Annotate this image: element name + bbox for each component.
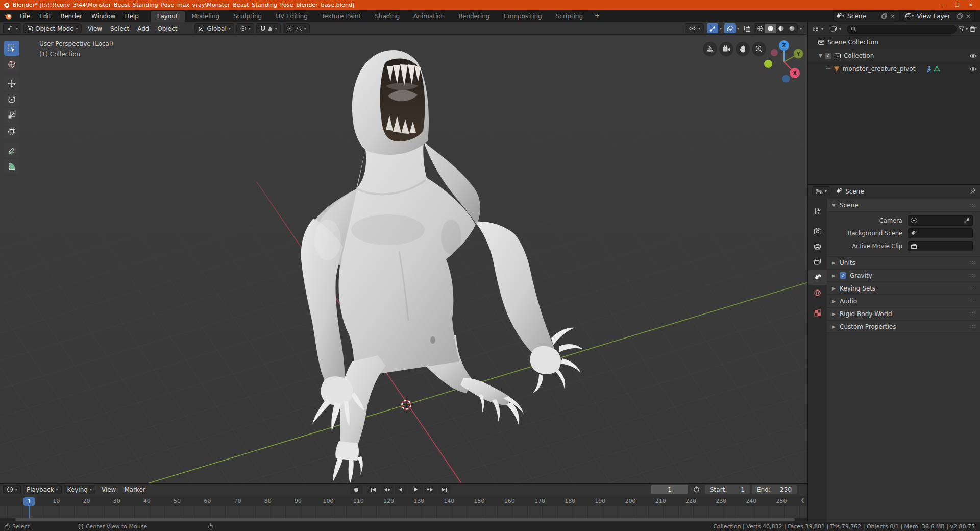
outliner-search-input[interactable] <box>847 25 957 34</box>
close-button[interactable]: ✕ <box>969 3 973 8</box>
camera-view-icon[interactable] <box>719 42 733 56</box>
current-frame-badge[interactable]: 1 <box>23 497 35 506</box>
panel-header[interactable]: ▶ Keying Sets ∷∷ <box>827 282 980 295</box>
collection-checkbox[interactable]: ✓ <box>825 53 831 59</box>
tab-render[interactable] <box>808 224 827 239</box>
xray-toggle[interactable] <box>742 23 753 33</box>
workspace-tab[interactable]: Sculpting <box>227 11 268 22</box>
mesh-data-icon[interactable] <box>934 66 940 72</box>
snap-controls[interactable]: ▾ <box>256 23 281 33</box>
jump-to-start-button[interactable] <box>367 485 380 494</box>
hide-in-viewport-toggle[interactable] <box>969 66 977 72</box>
timeline-marker-menu[interactable]: Marker <box>120 485 149 494</box>
menubar-item[interactable]: Render <box>56 11 87 22</box>
prev-keyframe-button[interactable] <box>381 485 394 494</box>
show-overlays-toggle[interactable] <box>724 23 736 33</box>
background-scene-field[interactable] <box>908 228 973 238</box>
chevron-down-icon[interactable]: ▾ <box>718 26 723 31</box>
hide-in-viewport-toggle[interactable] <box>969 53 977 59</box>
workspace-tab[interactable]: Layout <box>151 11 185 22</box>
show-gizmo-toggle[interactable] <box>707 23 718 33</box>
annotate-tool[interactable] <box>4 143 19 158</box>
blender-menu-icon[interactable] <box>4 12 12 20</box>
transform-tool[interactable] <box>4 124 19 138</box>
panel-grip-icon[interactable]: ∷∷ <box>969 260 975 266</box>
panel-header[interactable]: ▶ Audio ∷∷ <box>827 295 980 308</box>
shading-material-button[interactable] <box>776 24 787 33</box>
panel-header[interactable]: ▶ Custom Properties ∷∷ <box>827 321 980 333</box>
outliner-display-mode-dropdown[interactable]: ▾ <box>811 24 825 34</box>
workspace-tab[interactable]: Rendering <box>452 11 496 22</box>
viewport-menu-item[interactable]: Add <box>133 23 153 33</box>
shading-wireframe-button[interactable] <box>754 24 765 33</box>
editor-type-button[interactable]: ▾ <box>3 23 21 33</box>
tab-view-layer[interactable] <box>808 254 827 270</box>
properties-editor-type-button[interactable]: ▾ <box>812 186 830 196</box>
menubar-item[interactable]: Edit <box>35 11 56 22</box>
viewport-menu-item[interactable]: Select <box>106 23 133 33</box>
minimize-button[interactable]: ─ <box>943 3 946 8</box>
record-button[interactable] <box>350 485 363 494</box>
timeline-view-menu[interactable]: View <box>97 485 120 494</box>
menubar-item[interactable]: File <box>15 11 35 22</box>
outliner-filter-dropdown[interactable]: ▾ <box>959 26 968 32</box>
panel-grip-icon[interactable]: ∷∷ <box>969 203 975 208</box>
scale-tool[interactable] <box>4 108 19 123</box>
outliner-filter-image-dropdown[interactable]: ▾ <box>829 24 843 34</box>
modifier-wrench-icon[interactable] <box>925 66 932 73</box>
scene-panel-header[interactable]: ▼ Scene ∷∷ <box>827 199 980 212</box>
camera-field[interactable] <box>908 215 973 226</box>
auto-keying-stopwatch-icon[interactable] <box>690 485 703 494</box>
tab-output[interactable] <box>808 239 827 254</box>
workspace-tab[interactable]: Shading <box>368 11 406 22</box>
panel-header[interactable]: ▶ ✓ Gravity ∷∷ <box>827 270 980 282</box>
maximize-button[interactable]: ❒ <box>955 3 960 8</box>
rotate-tool[interactable] <box>4 92 19 107</box>
workspace-tab[interactable]: Scripting <box>549 11 590 22</box>
pan-view-icon[interactable] <box>736 42 750 56</box>
eyedropper-icon[interactable] <box>964 218 970 224</box>
shading-rendered-button[interactable] <box>787 24 797 33</box>
panel-grip-icon[interactable]: ∷∷ <box>969 311 975 317</box>
tab-scene[interactable] <box>808 270 827 285</box>
tab-tool[interactable] <box>808 203 827 219</box>
shading-solid-button[interactable] <box>765 24 776 33</box>
move-tool[interactable] <box>4 76 19 91</box>
outliner-row-scene-collection[interactable]: Scene Collection <box>808 36 980 49</box>
panel-grip-icon[interactable]: ∷∷ <box>969 324 975 329</box>
view-layer-selector[interactable]: ▾ View Layer × <box>902 11 975 21</box>
tab-texture[interactable] <box>808 305 827 321</box>
workspace-tab[interactable]: Compositing <box>497 11 548 22</box>
new-view-layer-button[interactable] <box>955 13 964 19</box>
viewport-menu-item[interactable]: View <box>84 23 106 33</box>
active-movie-clip-field[interactable] <box>908 241 973 251</box>
select-box-tool[interactable] <box>4 41 19 56</box>
play-button[interactable] <box>408 485 423 494</box>
cursor-tool[interactable] <box>4 57 19 71</box>
panel-grip-icon[interactable]: ∷∷ <box>969 285 975 291</box>
workspace-tab[interactable]: Animation <box>407 11 451 22</box>
new-collection-button[interactable] <box>970 26 977 32</box>
measure-tool[interactable] <box>4 159 19 174</box>
panel-checkbox[interactable]: ✓ <box>840 272 846 279</box>
collapse-arrow-icon[interactable]: ❮ <box>801 497 805 503</box>
pin-icon[interactable] <box>970 188 976 195</box>
outliner-row-collection[interactable]: ▼ ✓ Collection <box>808 49 980 62</box>
object-visibility-dropdown[interactable]: ▾ <box>685 23 704 33</box>
workspace-tab[interactable]: Modeling <box>185 11 227 22</box>
workspace-tab[interactable]: UV Editing <box>269 11 314 22</box>
outliner-row-object[interactable]: └─ monster_creature_pivot <box>808 62 980 76</box>
timeline-editor-type-button[interactable]: ▾ <box>3 485 21 494</box>
playhead[interactable] <box>29 505 30 518</box>
panel-grip-icon[interactable]: ∷∷ <box>969 298 975 304</box>
unlink-scene-button[interactable]: × <box>889 13 897 20</box>
mode-dropdown[interactable]: Object Mode ▾ <box>23 23 82 33</box>
menubar-item[interactable]: Window <box>87 11 120 22</box>
chevron-down-icon[interactable]: ▾ <box>736 26 741 31</box>
viewport-menu-item[interactable]: Object <box>153 23 181 33</box>
playback-menu[interactable]: Playback▾ <box>23 485 62 494</box>
prev-frame-button[interactable] <box>395 485 407 494</box>
menubar-item[interactable]: Help <box>120 11 143 22</box>
jump-to-end-button[interactable] <box>438 485 451 494</box>
remove-view-layer-button[interactable]: × <box>964 13 972 20</box>
